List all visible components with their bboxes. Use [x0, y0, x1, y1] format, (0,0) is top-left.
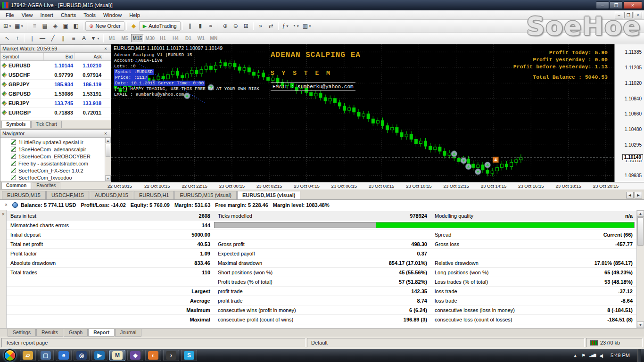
taskbar-icon-media-player[interactable]: ▶ [91, 350, 107, 361]
autotrading-button[interactable]: ▶AutoTrading [139, 21, 181, 31]
taskbar-icon-office[interactable]: ◆ [127, 350, 143, 361]
navigator-item[interactable]: SoeHoeCom_fxvoodoo [0, 174, 111, 181]
market-watch-row[interactable]: USDCHF0.977990.97914 [0, 70, 111, 80]
status-profile[interactable]: Default [307, 338, 585, 347]
chart-shift-button[interactable]: ⇄ [266, 21, 276, 31]
show-desktop-button[interactable] [637, 349, 641, 362]
periods-button[interactable]: ◔▼ [291, 21, 301, 31]
terminal-close-icon[interactable]: × [3, 202, 9, 208]
scroll-down-icon[interactable]: ▼ [637, 321, 644, 328]
navigator-item[interactable]: Free by - assistantstrader.com [0, 160, 111, 167]
start-button[interactable] [4, 349, 16, 362]
profiles-button[interactable]: ▦▼ [13, 21, 25, 31]
timeframe-m5-button[interactable]: M5 [118, 34, 131, 42]
taskbar-icon-console[interactable]: › [163, 350, 179, 361]
chart-tab[interactable]: EURUSD,H1 [134, 191, 174, 199]
dropdown-arrow-icon[interactable]: ▼ [308, 25, 312, 28]
chart-tab[interactable]: EURUSD,M15 [2, 191, 46, 199]
scroll-up-icon[interactable]: ▲ [637, 210, 644, 217]
dropdown-arrow-icon[interactable]: ▼ [286, 25, 289, 28]
tile-windows-button[interactable]: ⊞ [241, 21, 251, 31]
text-label-button[interactable]: A [79, 33, 89, 43]
templates-button[interactable]: ▥▼ [301, 21, 313, 31]
restore-button[interactable]: ❐ [610, 1, 623, 9]
dropdown-arrow-icon[interactable]: ▼ [97, 37, 100, 40]
volume-icon[interactable]: ◀ [599, 353, 603, 358]
chart-tab[interactable]: EURUSD,M15 (visual) [174, 191, 236, 199]
navigator-item[interactable]: 1LittleBoy update3 spesial ir [0, 139, 111, 146]
menu-view[interactable]: View [18, 11, 37, 19]
navigator-button[interactable]: ◈ [50, 21, 60, 31]
taskbar-icon-skype[interactable]: S [181, 350, 197, 361]
navigator-item[interactable]: 1SoeHoeCom_adenanscalpir [0, 146, 111, 153]
market-watch-row[interactable]: EURGBP0.718830.72011 [0, 108, 111, 117]
minimize-button[interactable]: – [596, 1, 609, 9]
tester-tab-settings[interactable]: Settings [8, 329, 36, 337]
timeframe-mn-button[interactable]: MN [207, 34, 220, 42]
time-axis[interactable]: 22 Oct 201522 Oct 20:1522 Oct 22:1523 Oc… [111, 182, 644, 189]
terminal-button[interactable]: ▣ [60, 21, 71, 31]
tab-symbols[interactable]: Symbols [1, 121, 31, 128]
taskbar-icon-internet-explorer[interactable]: e [56, 350, 72, 361]
price-axis[interactable]: 1.113851.112051.110201.108401.106601.104… [614, 44, 644, 182]
tab-tick-chart[interactable]: Tick Chart [31, 121, 62, 128]
navigator-item[interactable]: SoeHoeCom_FX-Seer 1.0.2 [0, 167, 111, 174]
tab-favorites[interactable]: Favorites [32, 182, 60, 189]
strategy-tester-button[interactable]: ◧ [71, 21, 81, 31]
action-center-icon[interactable]: ⚑ [581, 353, 586, 358]
taskbar-icon-computer[interactable]: ▢ [38, 350, 54, 361]
menu-window[interactable]: Window [99, 11, 125, 19]
taskbar-icon-metatrader[interactable]: M [109, 350, 125, 361]
chart-tab[interactable]: EURUSD,M15 (visual) [237, 191, 300, 199]
market-watch-row[interactable]: EURUSD1.101441.10210 [0, 61, 111, 70]
auto-scroll-button[interactable]: » [256, 21, 266, 31]
new-order-button[interactable]: ⊕New Order [85, 21, 124, 31]
market-watch-row[interactable]: EURJPY133.745133.918 [0, 99, 111, 108]
taskbar-icon-libraries[interactable]: ▱ [20, 350, 36, 361]
dropdown-arrow-icon[interactable]: ▼ [296, 25, 299, 28]
tester-tab-journal[interactable]: Journal [115, 329, 141, 337]
crosshair-button[interactable]: + [12, 33, 23, 43]
close-button[interactable]: × [623, 1, 642, 9]
column-bid[interactable]: Bid [44, 53, 75, 60]
tester-tab-results[interactable]: Results [36, 329, 63, 337]
vertical-line-button[interactable]: | [27, 33, 37, 43]
timeframe-h4-button[interactable]: H4 [169, 34, 182, 42]
menu-insert[interactable]: Insert [36, 11, 57, 19]
market-watch-row[interactable]: GBPJPY185.934186.119 [0, 80, 111, 89]
market-watch-row[interactable]: GBPUSD1.530861.53191 [0, 89, 111, 99]
dropdown-arrow-icon[interactable]: ▼ [8, 25, 12, 28]
timeframe-w1-button[interactable]: W1 [195, 34, 207, 42]
menu-charts[interactable]: Charts [57, 11, 80, 19]
tester-tab-graph[interactable]: Graph [64, 329, 88, 337]
timeframe-m30-button[interactable]: M30 [144, 34, 157, 42]
zoom-in-button[interactable]: ⊕ [220, 21, 231, 31]
navigator-close-icon[interactable]: × [102, 131, 109, 137]
scroll-down-icon[interactable]: ▼ [105, 175, 111, 181]
chart-tab[interactable]: USDCHF,M15 [46, 191, 89, 199]
new-chart-button[interactable]: ⊞▼ [2, 21, 13, 31]
timeframe-d1-button[interactable]: D1 [182, 34, 195, 42]
line-chart-button[interactable]: ≈ [206, 21, 216, 31]
metaeditor-button[interactable]: ◆ [129, 21, 139, 31]
navigator-item[interactable]: 1SoeHoeCom_EROBOCYBER [0, 153, 111, 160]
bar-chart-button[interactable]: ∥ [185, 21, 195, 31]
market-watch-close-icon[interactable]: × [102, 46, 109, 52]
data-window-button[interactable]: ▤ [40, 21, 50, 31]
scroll-up-icon[interactable]: ▲ [105, 138, 111, 143]
menu-tools[interactable]: Tools [80, 11, 99, 19]
menu-help[interactable]: Help [125, 11, 144, 19]
taskbar-icon-firefox[interactable]: ◐ [145, 350, 161, 361]
tab-common[interactable]: Common [1, 182, 31, 189]
tester-tab-report[interactable]: Report [88, 329, 115, 337]
taskbar-icon-safari[interactable]: ◎ [74, 350, 90, 361]
timeframe-m15-button[interactable]: M15 [131, 34, 144, 42]
arrows-button[interactable]: ▼▼ [89, 33, 101, 43]
tester-close-icon[interactable]: × [0, 211, 7, 217]
indicators-button[interactable]: ƒ▼ [281, 21, 291, 31]
price-chart[interactable]: 4 EURUSD,M15 1.10101 1.10172 1.10097 1.1… [111, 44, 614, 182]
hidden-icons-chevron-icon[interactable]: ▲ [573, 353, 578, 358]
column-symbol[interactable]: Symbol [0, 53, 44, 60]
timeframe-h1-button[interactable]: H1 [157, 34, 169, 42]
menu-file[interactable]: File [2, 11, 18, 19]
